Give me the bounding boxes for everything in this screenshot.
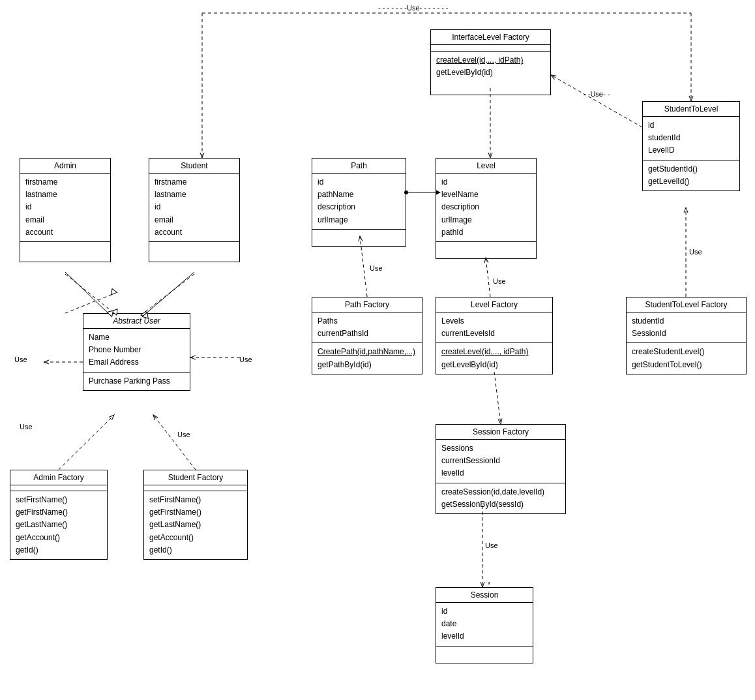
session-factory-class: Session Factory SessionscurrentSessionId…: [436, 424, 566, 514]
student-factory-attributes: [144, 485, 247, 491]
interface-level-factory-class: InterfaceLevel Factory createLevel(id,..…: [430, 29, 551, 95]
admin-factory-methods: setFirstName()getFirstName()getLastName(…: [10, 491, 107, 559]
level-title: Level: [436, 159, 536, 174]
session-factory-attributes: SessionscurrentSessionIdlevelId: [436, 440, 565, 483]
admin-attributes: firstnamelastnameidemailaccount: [20, 174, 110, 242]
svg-text:- - - - - - -Use- - - - - - -: - - - - - - -Use- - - - - - -: [378, 4, 449, 12]
student-attributes: firstnamelastnameidemailaccount: [149, 174, 239, 242]
student-factory-methods: setFirstName()getFirstName()getLastName(…: [144, 491, 247, 559]
path-factory-methods: CreatePath(id,pathName,...) getPathById(…: [312, 343, 422, 373]
session-methods: [436, 647, 533, 663]
level-factory-class: Level Factory LevelscurrentLevelsId crea…: [436, 297, 553, 374]
admin-class: Admin firstnamelastnameidemailaccount: [20, 158, 111, 262]
student-factory-class: Student Factory setFirstName()getFirstNa…: [143, 470, 248, 560]
level-factory-attributes: LevelscurrentLevelsId: [436, 312, 552, 343]
student-factory-title: Student Factory: [144, 470, 247, 485]
student-methods: [149, 242, 239, 262]
path-title: Path: [312, 159, 406, 174]
path-factory-title: Path Factory: [312, 297, 422, 312]
student-to-level-attributes: idstudentIdLevelID: [643, 117, 739, 160]
session-title: Session: [436, 588, 533, 603]
svg-line-12: [65, 272, 110, 314]
admin-factory-class: Admin Factory setFirstName()getFirstName…: [10, 470, 108, 560]
abstract-user-class: Abstract User NamePhone NumberEmail Addr…: [83, 313, 190, 391]
session-factory-methods: createSession(id,date,levelId)getSession…: [436, 483, 565, 513]
session-attributes: iddatelevelId: [436, 603, 533, 647]
session-factory-title: Session Factory: [436, 425, 565, 440]
path-factory-attributes: PathscurrentPathsId: [312, 312, 422, 343]
level-methods: [436, 242, 536, 258]
session-class: Session iddatelevelId: [436, 587, 533, 663]
student-to-level-factory-methods: createStudentLevel()getStudentToLevel(): [627, 343, 746, 373]
path-attributes: idpathNamedescriptionurlImage: [312, 174, 406, 230]
student-to-level-methods: getStudentId()getLevelId(): [643, 160, 739, 190]
svg-text:Use: Use: [177, 431, 190, 438]
svg-line-30: [494, 372, 501, 424]
path-factory-class: Path Factory PathscurrentPathsId CreateP…: [312, 297, 422, 374]
abstract-user-attributes: NamePhone NumberEmail Address: [83, 329, 190, 373]
svg-text:Use: Use: [239, 356, 252, 363]
level-factory-title: Level Factory: [436, 297, 552, 312]
svg-line-23: [153, 415, 196, 470]
admin-title: Admin: [20, 159, 110, 174]
svg-line-21: [59, 415, 114, 470]
path-class: Path idpathNamedescriptionurlImage: [312, 158, 406, 247]
svg-line-13: [145, 272, 194, 314]
level-class: Level idlevelNamedescriptionurlImagepath…: [436, 158, 537, 259]
abstract-user-methods: Purchase Parking Pass: [83, 373, 190, 390]
svg-line-10: [65, 274, 114, 313]
svg-text:Use: Use: [20, 423, 33, 431]
student-title: Student: [149, 159, 239, 174]
uml-diagram: Admin firstnamelastnameidemailaccount St…: [0, 0, 755, 700]
path-methods: [312, 230, 406, 246]
student-to-level-class: StudentToLevel idstudentIdLevelID getStu…: [642, 101, 740, 191]
admin-factory-attributes: [10, 485, 107, 491]
svg-text:Use: Use: [485, 541, 498, 549]
svg-text:- -Use- -: - -Use- -: [584, 90, 610, 98]
svg-text:Use: Use: [689, 248, 702, 256]
interface-level-factory-attributes: [431, 45, 550, 52]
svg-line-9: [65, 294, 114, 313]
svg-text:Use: Use: [493, 277, 506, 285]
admin-factory-title: Admin Factory: [10, 470, 107, 485]
level-factory-methods: createLevel(id,..., idPath) getLevelById…: [436, 343, 552, 373]
level-attributes: idlevelNamedescriptionurlImagepathId: [436, 174, 536, 242]
student-to-level-factory-title: StudentToLevel Factory: [627, 297, 746, 312]
abstract-user-title: Abstract User: [83, 314, 190, 329]
svg-line-16: [486, 258, 490, 297]
svg-text:Use: Use: [370, 264, 383, 272]
student-class: Student firstnamelastnameidemailaccount: [149, 158, 240, 262]
svg-text:Use: Use: [14, 356, 27, 363]
student-to-level-title: StudentToLevel: [643, 102, 739, 117]
interface-level-factory-methods: createLevel(id,..., idPath) getLevelById…: [431, 52, 550, 95]
student-to-level-factory-class: StudentToLevel Factory studentIdSessionI…: [626, 297, 747, 374]
admin-methods: [20, 242, 110, 262]
interface-level-factory-title: InterfaceLevel Factory: [431, 30, 550, 45]
svg-line-11: [143, 274, 194, 313]
svg-line-7: [551, 75, 642, 127]
student-to-level-factory-attributes: studentIdSessionId: [627, 312, 746, 343]
